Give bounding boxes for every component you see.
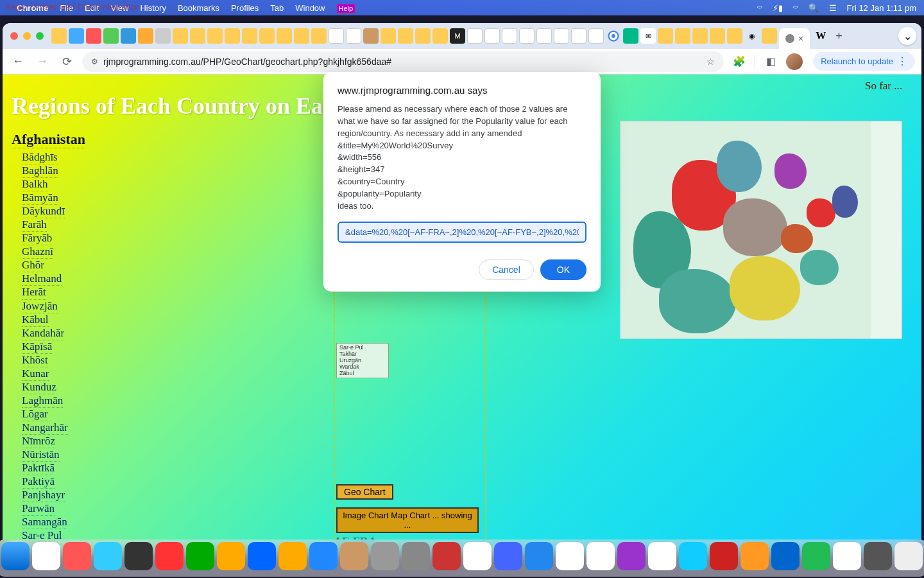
geo-map[interactable] xyxy=(620,121,902,339)
menu-tab[interactable]: Tab xyxy=(270,3,284,13)
menu-profiles[interactable]: Profiles xyxy=(231,3,259,13)
region-link[interactable]: Nangarhār xyxy=(22,421,68,435)
tab-icon[interactable] xyxy=(242,28,257,44)
country-heading-afghanistan[interactable]: Afghanistan xyxy=(12,131,85,148)
tab-icon[interactable] xyxy=(467,28,483,44)
tab-icon[interactable] xyxy=(692,28,708,44)
window-maximize[interactable] xyxy=(36,32,44,40)
map-region[interactable] xyxy=(730,256,800,320)
region-link[interactable]: Dāykundī xyxy=(22,205,65,218)
dock-calendar[interactable] xyxy=(586,542,615,570)
tab-icon[interactable] xyxy=(277,28,292,44)
map-region[interactable] xyxy=(807,198,835,227)
region-link[interactable]: Nūristān xyxy=(22,448,60,462)
tab-icon[interactable] xyxy=(51,28,67,44)
menu-view[interactable]: View xyxy=(110,3,128,13)
tab-icon[interactable] xyxy=(502,28,517,44)
region-link[interactable]: Paktīkā xyxy=(22,462,55,475)
battery-icon[interactable]: ⚡︎▮ xyxy=(773,3,783,13)
dock-app[interactable] xyxy=(833,542,861,570)
region-link[interactable]: Khōst xyxy=(22,354,48,367)
side-panel-icon[interactable]: ◧ xyxy=(762,53,780,71)
region-link[interactable]: Paktiyā xyxy=(22,475,55,489)
tab-icon[interactable] xyxy=(571,28,586,44)
window-minimize[interactable] xyxy=(23,32,31,40)
dock-app[interactable] xyxy=(740,542,769,570)
site-info-icon[interactable]: ⚙ xyxy=(91,57,98,66)
ok-button[interactable]: OK xyxy=(540,259,586,280)
tab-icon[interactable] xyxy=(103,28,119,44)
dock-app[interactable] xyxy=(124,542,153,570)
tab-icon[interactable] xyxy=(363,28,379,44)
dock-app[interactable] xyxy=(402,542,430,570)
tab-icon[interactable] xyxy=(588,28,604,44)
tab-icon[interactable] xyxy=(121,28,136,44)
dock-appstore[interactable] xyxy=(525,542,553,570)
dock-app[interactable] xyxy=(710,542,738,570)
tab-icon[interactable] xyxy=(311,28,327,44)
menu-history[interactable]: History xyxy=(140,3,166,13)
tab-icon[interactable] xyxy=(554,28,569,44)
dock-app[interactable] xyxy=(217,542,245,570)
wifi-icon[interactable]: ⌔ xyxy=(793,3,798,13)
tab-icon[interactable] xyxy=(294,28,309,44)
menubar-clock[interactable]: Fri 12 Jan 1:11 pm xyxy=(847,3,916,13)
dock-app[interactable] xyxy=(494,542,522,570)
window-close[interactable] xyxy=(10,32,18,40)
tab-icon[interactable]: ◉ xyxy=(744,28,760,44)
tab-icon[interactable] xyxy=(623,28,638,44)
region-link[interactable]: Ghaznī xyxy=(22,245,53,259)
map-region[interactable] xyxy=(659,269,736,333)
region-link[interactable]: Kandahār xyxy=(22,327,64,340)
region-link[interactable]: Panjshayr xyxy=(22,489,65,502)
geo-chart-button[interactable]: Geo Chart xyxy=(336,484,393,500)
menu-file[interactable]: File xyxy=(60,3,73,13)
dock-app[interactable] xyxy=(556,542,584,570)
map-region[interactable] xyxy=(723,198,787,256)
region-link[interactable]: Farāh xyxy=(22,218,47,232)
region-link[interactable]: Bāmyān xyxy=(22,191,58,205)
dock-app[interactable] xyxy=(340,542,368,570)
dock-app[interactable] xyxy=(63,542,91,570)
gmail-tab-icon[interactable]: ✉ xyxy=(640,28,656,44)
address-bar[interactable]: ⚙ rjmprogramming.com.au/PHP/GeoChart/geo… xyxy=(82,51,724,72)
reload-button[interactable]: ⟳ xyxy=(58,53,76,71)
tab-close-icon[interactable]: × xyxy=(798,33,803,44)
control-center-icon[interactable]: ☰ xyxy=(829,3,837,13)
dock-app[interactable] xyxy=(186,542,214,570)
tab-icon[interactable] xyxy=(658,28,673,44)
dock-app[interactable] xyxy=(648,542,676,570)
tab-icon[interactable] xyxy=(329,28,344,44)
dock-app[interactable] xyxy=(802,542,830,570)
region-link[interactable]: Baghlān xyxy=(22,164,58,178)
tab-icon[interactable] xyxy=(398,28,413,44)
dialog-input[interactable] xyxy=(338,222,586,243)
map-region[interactable] xyxy=(717,141,762,192)
tab-icon[interactable] xyxy=(484,28,500,44)
region-link[interactable]: Ghōr xyxy=(22,259,44,272)
dock-app[interactable] xyxy=(371,542,399,570)
tab-icon[interactable] xyxy=(710,28,725,44)
dock-app[interactable] xyxy=(309,542,338,570)
region-link[interactable]: Kāpīsā xyxy=(22,340,52,354)
app-menu[interactable]: Chrome xyxy=(17,3,48,13)
active-tab[interactable]: × xyxy=(779,28,810,49)
tab-icon[interactable] xyxy=(415,28,431,44)
menu-help[interactable]: Help xyxy=(337,3,355,13)
menu-bookmarks[interactable]: Bookmarks xyxy=(178,3,219,13)
bookmark-star-icon[interactable]: ☆ xyxy=(706,57,715,67)
region-link[interactable]: Kunduz xyxy=(22,381,56,394)
tab-icon[interactable] xyxy=(727,28,742,44)
dock-filezilla[interactable] xyxy=(432,542,461,570)
tab-icon[interactable] xyxy=(762,28,777,44)
region-link[interactable]: Samangān xyxy=(22,516,67,529)
spotlight-icon[interactable]: 🔍 xyxy=(809,3,819,13)
tab-icon[interactable] xyxy=(346,28,361,44)
dock-app[interactable] xyxy=(864,542,892,570)
region-link[interactable]: Fāryāb xyxy=(22,232,52,245)
dock-app[interactable] xyxy=(248,542,276,570)
tab-icon[interactable] xyxy=(381,28,396,44)
map-region[interactable] xyxy=(781,224,813,253)
dock-app[interactable] xyxy=(155,542,184,570)
dock-app[interactable] xyxy=(463,542,492,570)
